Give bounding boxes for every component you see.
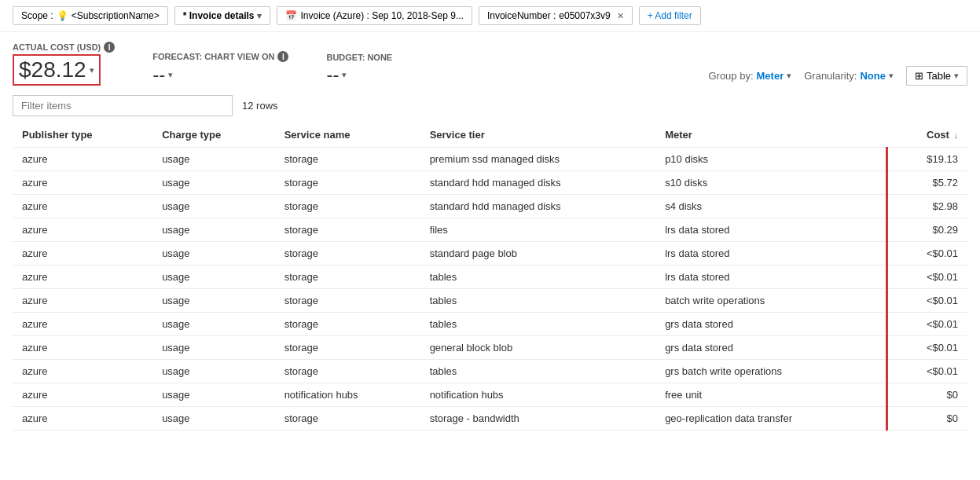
table-cell: batch write operations [655, 289, 886, 313]
table-cell: notification hubs [275, 383, 420, 407]
table-row: azureusagestoragetableslrs data stored<$… [13, 266, 967, 289]
table-row: azureusagenotification hubsnotification … [13, 383, 967, 407]
table-cell: usage [152, 313, 275, 336]
table-cell: lrs data stored [655, 266, 886, 289]
table-grid-icon: ⊞ [915, 70, 923, 82]
table-cell: files [420, 218, 656, 242]
table-row: azureusagestoragepremium ssd managed dis… [13, 148, 967, 171]
table-cell: $0.29 [886, 218, 967, 242]
table-cell: grs data stored [655, 336, 886, 360]
table-row: azureusagestoragestorage - bandwidthgeo-… [13, 407, 967, 431]
table-cell: usage [152, 383, 275, 407]
table-cell: azure [13, 289, 152, 313]
group-by-value: Meter [757, 70, 784, 82]
actual-cost-box: $28.12 ▾ [13, 54, 101, 86]
actual-cost-block: ACTUAL COST (USD) i $28.12 ▾ [13, 42, 115, 86]
table-row: azureusagestoragetablesgrs batch write o… [13, 360, 967, 383]
info-icon[interactable]: i [104, 42, 115, 53]
table-cell: storage [275, 195, 420, 218]
table-cell: usage [152, 148, 275, 171]
table-cell: standard hdd managed disks [420, 171, 656, 195]
table-cell: storage [275, 171, 420, 195]
table-view-button[interactable]: ⊞ Table ▾ [906, 66, 967, 86]
table-row: azureusagestoragetablesgrs data stored<$… [13, 313, 967, 336]
table-row: azureusagestoragegeneral block blobgrs d… [13, 336, 967, 360]
table-cell: azure [13, 266, 152, 289]
table-row: azureusagestoragestandard page bloblrs d… [13, 242, 967, 266]
table-cell: p10 disks [655, 148, 886, 171]
add-filter-button[interactable]: + Add filter [639, 6, 701, 25]
view-controls: Group by: Meter ▾ Granularity: None ▾ ⊞ … [708, 66, 967, 86]
table-cell: usage [152, 266, 275, 289]
table-cell: general block blob [420, 336, 656, 360]
lightbulb-icon: 💡 [57, 10, 68, 21]
table-row: azureusagestoragetablesbatch write opera… [13, 289, 967, 313]
table-cell: <$0.01 [886, 266, 967, 289]
invoice-details-button[interactable]: * Invoice details ▾ [174, 6, 271, 25]
table-cell: azure [13, 171, 152, 195]
budget-block: BUDGET: NONE -- ▾ [326, 53, 392, 86]
table-cell: tables [420, 313, 656, 336]
table-cell: storage [275, 218, 420, 242]
filter-input[interactable] [13, 95, 233, 116]
forecast-block: FORECAST: CHART VIEW ON i -- ▾ [152, 51, 288, 86]
date-range-value: Invoice (Azure) : Sep 10, 2018-Sep 9... [300, 10, 463, 21]
invoice-number-button[interactable]: InvoiceNumber : e05007x3v9 ✕ [479, 6, 633, 25]
group-by-control[interactable]: Group by: Meter ▾ [708, 70, 791, 82]
table-cell: storage [275, 266, 420, 289]
table-cell: azure [13, 148, 152, 171]
table-cell: storage [275, 407, 420, 431]
table-cell: usage [152, 195, 275, 218]
date-range-button[interactable]: 📅 Invoice (Azure) : Sep 10, 2018-Sep 9..… [277, 6, 472, 25]
table-cell: s10 disks [655, 171, 886, 195]
table-cell: $5.72 [886, 171, 967, 195]
forecast-value[interactable]: -- ▾ [152, 64, 288, 86]
table-cell: usage [152, 171, 275, 195]
close-icon[interactable]: ✕ [617, 11, 624, 21]
table-cell: lrs data stored [655, 218, 886, 242]
table-cell: azure [13, 242, 152, 266]
group-by-label: Group by: [708, 70, 753, 82]
table-cell: azure [13, 218, 152, 242]
invoice-number-label: InvoiceNumber : [487, 10, 556, 21]
chevron-down-icon-budget: ▾ [342, 70, 347, 80]
table-cell: azure [13, 336, 152, 360]
filter-bar: 12 rows [0, 92, 980, 123]
table-cell: storage [275, 336, 420, 360]
col-meter: Meter [655, 123, 886, 148]
actual-cost-value[interactable]: $28.12 ▾ [13, 54, 115, 86]
invoice-number-value: e05007x3v9 [559, 10, 610, 21]
granularity-control[interactable]: Granularity: None ▾ [804, 70, 894, 82]
budget-value[interactable]: -- ▾ [326, 64, 392, 86]
table-cell: usage [152, 407, 275, 431]
table-cell: azure [13, 360, 152, 383]
granularity-value: None [860, 70, 886, 82]
table-cell: azure [13, 313, 152, 336]
col-publisher-type: Publisher type [13, 123, 152, 148]
table-cell: azure [13, 407, 152, 431]
table-cell: <$0.01 [886, 313, 967, 336]
col-service-tier: Service tier [420, 123, 656, 148]
table-cell: tables [420, 289, 656, 313]
table-cell: <$0.01 [886, 360, 967, 383]
table-cell: storage - bandwidth [420, 407, 656, 431]
scope-button[interactable]: Scope : 💡 <SubscriptionName> [13, 6, 168, 25]
table-cell: usage [152, 360, 275, 383]
table-cell: standard hdd managed disks [420, 195, 656, 218]
table-cell: $2.98 [886, 195, 967, 218]
table-cell: <$0.01 [886, 289, 967, 313]
table-cell: <$0.01 [886, 242, 967, 266]
scope-label: Scope : [21, 10, 53, 21]
scope-value: <SubscriptionName> [72, 10, 160, 21]
table-cell: lrs data stored [655, 242, 886, 266]
metrics-bar: ACTUAL COST (USD) i $28.12 ▾ FORECAST: C… [0, 32, 980, 92]
table-cell: geo-replication data transfer [655, 407, 886, 431]
table-header-row: Publisher type Charge type Service name … [13, 123, 967, 148]
info-icon-forecast[interactable]: i [277, 51, 288, 62]
table-cell: premium ssd managed disks [420, 148, 656, 171]
table-cell: usage [152, 242, 275, 266]
table-cell: usage [152, 289, 275, 313]
table-cell: storage [275, 148, 420, 171]
chevron-down-icon-gran: ▾ [889, 71, 894, 81]
col-cost[interactable]: Cost ↓ [886, 123, 967, 148]
